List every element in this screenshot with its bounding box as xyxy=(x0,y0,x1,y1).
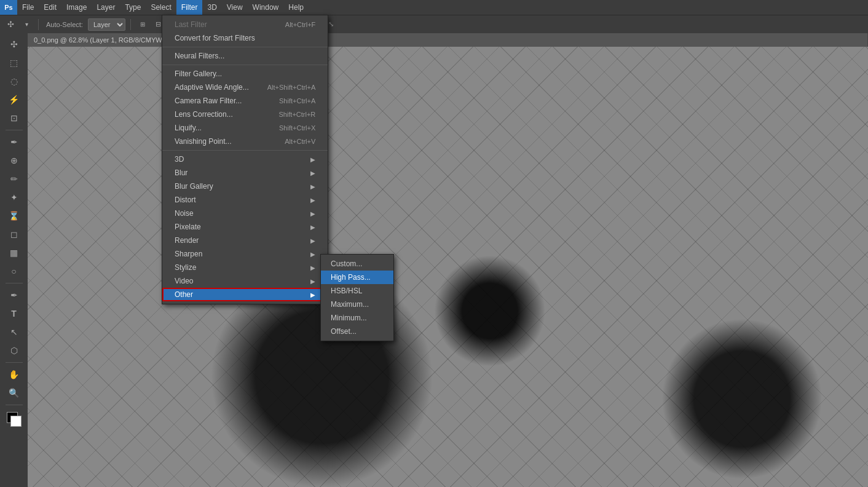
filter-render[interactable]: Render ▶ xyxy=(162,234,328,247)
tool-hand[interactable]: ✋ xyxy=(6,366,23,383)
menu-filter[interactable]: Filter xyxy=(176,0,203,15)
filter-blur[interactable]: Blur ▶ xyxy=(162,166,328,180)
toolbar: ✣ ▾ Auto-Select: Layer Group ⊞ ⊟ ⊠ ⊡ •••… xyxy=(0,15,868,33)
filter-sep2 xyxy=(162,65,328,65)
canvas-image xyxy=(28,47,868,487)
tool-history[interactable]: ⌛ xyxy=(6,207,23,224)
tool-dodge[interactable]: ○ xyxy=(6,263,23,280)
menu-layer[interactable]: Layer xyxy=(92,0,120,15)
toolbar-sep2 xyxy=(130,19,131,30)
tool-select-rect[interactable]: ⬚ xyxy=(6,54,23,71)
canvas-tab[interactable]: 0_0.png @ 62.8% (Layer 1, RGB/8/CMYW xyxy=(28,33,868,47)
other-submenu: Custom... High Pass... HSB/HSL Maximum..… xyxy=(320,254,394,341)
filter-gallery[interactable]: Filter Gallery... xyxy=(162,67,328,81)
tool-eraser[interactable]: ◻ xyxy=(6,226,23,243)
filter-adaptive-wide[interactable]: Adaptive Wide Angle... Alt+Shift+Ctrl+A xyxy=(162,81,328,94)
background-color[interactable] xyxy=(10,416,22,427)
other-high-pass[interactable]: High Pass... xyxy=(321,271,393,284)
menu-help[interactable]: Help xyxy=(283,0,309,15)
menu-edit[interactable]: Edit xyxy=(39,0,61,15)
toolbar-options-btn[interactable]: ▾ xyxy=(20,18,33,31)
canvas-background xyxy=(28,47,868,487)
tool-sep4 xyxy=(6,405,23,405)
tool-gradient[interactable]: ▦ xyxy=(6,244,23,261)
tool-pen[interactable]: ✒ xyxy=(6,287,23,304)
menu-view[interactable]: View xyxy=(222,0,248,15)
filter-stylize[interactable]: Stylize ▶ xyxy=(162,261,328,274)
filter-dropdown: Last Filter Alt+Ctrl+F Convert for Smart… xyxy=(162,15,328,304)
filter-sep3 xyxy=(162,150,328,151)
tool-move[interactable]: ✣ xyxy=(6,36,23,53)
menu-type[interactable]: Type xyxy=(120,0,146,15)
ps-logo: Ps xyxy=(0,0,17,15)
tool-zoom[interactable]: 🔍 xyxy=(6,384,23,402)
canvas-area: 0_0.png @ 62.8% (Layer 1, RGB/8/CMYW xyxy=(28,33,868,487)
menu-window[interactable]: Window xyxy=(248,0,284,15)
filter-last-filter[interactable]: Last Filter Alt+Ctrl+F xyxy=(162,18,328,31)
menu-3d[interactable]: 3D xyxy=(202,0,221,15)
other-hsb-hsl[interactable]: HSB/HSL xyxy=(321,284,393,298)
show-transform-btn[interactable]: ⊞ xyxy=(136,18,149,31)
tool-sep2 xyxy=(6,283,23,283)
tool-brush[interactable]: ✏ xyxy=(6,170,23,188)
other-minimum[interactable]: Minimum... xyxy=(321,311,393,325)
other-custom[interactable]: Custom... xyxy=(321,257,393,271)
filter-noise[interactable]: Noise ▶ xyxy=(162,207,328,220)
tool-sep1 xyxy=(6,130,23,130)
filter-neural[interactable]: Neural Filters... xyxy=(162,49,328,63)
filter-other[interactable]: Other ▶ xyxy=(162,288,328,301)
menu-file[interactable]: File xyxy=(17,0,39,15)
tool-spot-heal[interactable]: ⊕ xyxy=(6,152,23,169)
tool-sep3 xyxy=(6,362,23,363)
other-offset[interactable]: Offset... xyxy=(321,325,393,338)
filter-3d[interactable]: 3D ▶ xyxy=(162,152,328,166)
move-tool-btn[interactable]: ✣ xyxy=(4,18,17,31)
filter-sharpen[interactable]: Sharpen ▶ xyxy=(162,247,328,261)
auto-select-label: Auto-Select: xyxy=(44,21,85,28)
tool-clone[interactable]: ✦ xyxy=(6,189,23,206)
filter-video[interactable]: Video ▶ xyxy=(162,274,328,288)
menu-bar: Ps File Edit Image Layer Type Select Fil… xyxy=(0,0,868,15)
tool-type[interactable]: T xyxy=(6,305,23,322)
filter-lens-correction[interactable]: Lens Correction... Shift+Ctrl+R xyxy=(162,108,328,121)
tools-panel: ✣ ⬚ ◌ ⚡ ⊡ ✒ ⊕ ✏ ✦ ⌛ ◻ ▦ ○ ✒ T ↖ ⬡ ✋ 🔍 xyxy=(0,33,28,487)
menu-select[interactable]: Select xyxy=(146,0,176,15)
tool-lasso[interactable]: ◌ xyxy=(6,73,23,90)
filter-camera-raw[interactable]: Camera Raw Filter... Shift+Ctrl+A xyxy=(162,94,328,108)
auto-select-dropdown[interactable]: Layer Group xyxy=(88,18,125,31)
other-maximum[interactable]: Maximum... xyxy=(321,298,393,311)
tool-crop[interactable]: ⊡ xyxy=(6,109,23,127)
menu-image[interactable]: Image xyxy=(61,0,92,15)
toolbar-sep1 xyxy=(38,19,39,30)
color-swatches[interactable] xyxy=(6,411,23,428)
filter-sep1 xyxy=(162,47,328,47)
filter-blur-gallery[interactable]: Blur Gallery ▶ xyxy=(162,180,328,193)
filter-convert-smart[interactable]: Convert for Smart Filters xyxy=(162,31,328,45)
filter-distort[interactable]: Distort ▶ xyxy=(162,193,328,207)
filter-liquify[interactable]: Liquify... Shift+Ctrl+X xyxy=(162,121,328,135)
tool-quick-select[interactable]: ⚡ xyxy=(6,91,23,108)
tool-shape[interactable]: ⬡ xyxy=(6,342,23,359)
tool-eyedropper[interactable]: ✒ xyxy=(6,133,23,151)
tool-path-select[interactable]: ↖ xyxy=(6,323,23,341)
filter-pixelate[interactable]: Pixelate ▶ xyxy=(162,220,328,234)
filter-vanishing-point[interactable]: Vanishing Point... Alt+Ctrl+V xyxy=(162,135,328,148)
